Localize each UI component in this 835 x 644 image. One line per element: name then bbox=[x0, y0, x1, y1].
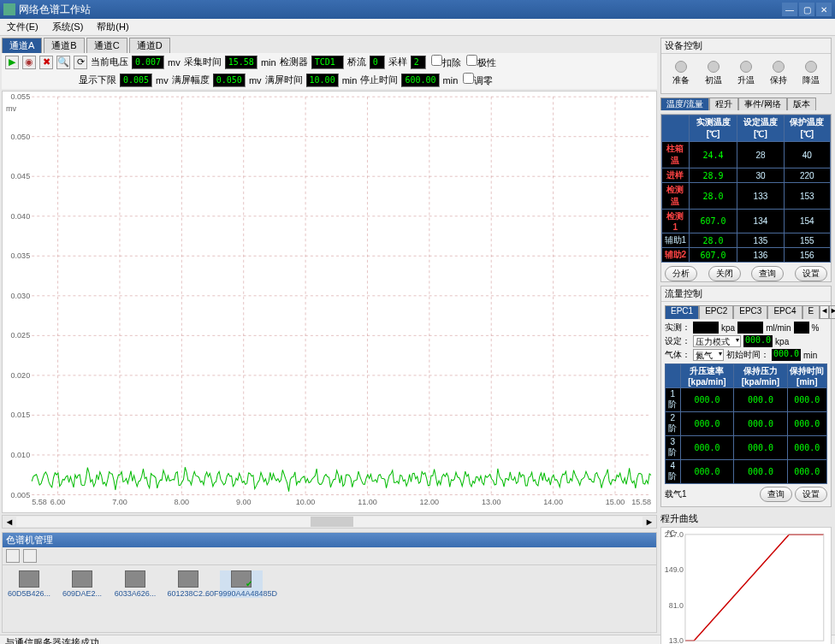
zoom-icon[interactable]: 🔍 bbox=[56, 56, 70, 69]
close-button-panel[interactable]: 关闭 bbox=[708, 266, 741, 281]
main-chart[interactable]: 0.0050.0100.0150.0200.0250.0300.0350.040… bbox=[2, 91, 657, 513]
file-item-4[interactable]: 60F9990A4A48485D bbox=[220, 570, 263, 598]
deduct-checkbox-label: 扣除 bbox=[429, 55, 461, 69]
svg-text:0.005: 0.005 bbox=[11, 490, 31, 499]
svg-text:℃: ℃ bbox=[666, 529, 675, 538]
channel-tab-0[interactable]: 通道A bbox=[2, 38, 42, 53]
epc-nav-0[interactable]: ◄ bbox=[820, 305, 829, 319]
chart-scrollbar[interactable]: ◄ ► bbox=[2, 515, 657, 529]
file-item-1[interactable]: 609DAE2... bbox=[61, 570, 104, 598]
temp-curve-title: 程升曲线 bbox=[660, 511, 832, 527]
current-voltage-label: 当前电压 bbox=[91, 56, 128, 68]
maximize-button[interactable]: ▢ bbox=[799, 3, 814, 16]
stop-time-label: 停止时间 bbox=[360, 74, 398, 86]
svg-text:14.00: 14.00 bbox=[543, 498, 563, 506]
stop-time-value[interactable]: 600.00 bbox=[401, 74, 439, 87]
gas-select[interactable]: 氮气 bbox=[693, 349, 724, 361]
svg-text:0.045: 0.045 bbox=[11, 172, 31, 180]
analyze-button[interactable]: 分析 bbox=[665, 266, 697, 281]
channel-tab-1[interactable]: 通道B bbox=[44, 38, 84, 53]
toolbar-row-1: ▶ ◉ ✖ 🔍 ⟳ 当前电压 0.007 mv 采集时间 15.58 min 检… bbox=[2, 53, 657, 71]
flow-query-button[interactable]: 查询 bbox=[760, 487, 792, 502]
right-tab-0[interactable]: 温度/流量 bbox=[660, 97, 709, 110]
record-icon[interactable]: ◉ bbox=[22, 56, 36, 69]
minimize-button[interactable]: — bbox=[782, 3, 797, 16]
right-tab-1[interactable]: 程升 bbox=[709, 97, 738, 110]
svg-text:8.00: 8.00 bbox=[175, 498, 190, 506]
flow-set-button[interactable]: 设置 bbox=[795, 487, 827, 502]
menu-file[interactable]: 文件(E) bbox=[0, 19, 45, 35]
epc-tab-4[interactable]: E bbox=[802, 305, 820, 319]
collect-time-value: 15.58 bbox=[225, 56, 258, 69]
epc-tab-1[interactable]: EPC2 bbox=[699, 305, 733, 319]
sample-label: 采样 bbox=[388, 56, 407, 68]
title-bar: 网络色谱工作站 — ▢ ✕ bbox=[0, 0, 835, 19]
lower-toolbar-btn-2[interactable] bbox=[23, 549, 37, 563]
epc-tab-3[interactable]: EPC4 bbox=[767, 305, 802, 319]
epc-tab-2[interactable]: EPC3 bbox=[733, 305, 767, 319]
svg-text:7.00: 7.00 bbox=[112, 498, 127, 506]
status-light-1: 初温 bbox=[705, 61, 722, 86]
right-tabs: 温度/流量程升事件/网络版本 bbox=[660, 97, 832, 110]
play-icon[interactable]: ▶ bbox=[5, 56, 19, 69]
svg-text:0.040: 0.040 bbox=[11, 212, 31, 221]
set-button[interactable]: 设置 bbox=[795, 266, 827, 281]
svg-text:10.00: 10.00 bbox=[296, 498, 316, 506]
svg-text:mv: mv bbox=[6, 103, 16, 112]
channel-tab-2[interactable]: 通道C bbox=[86, 38, 127, 53]
svg-text:0.035: 0.035 bbox=[11, 251, 31, 260]
file-item-0[interactable]: 60D5B426... bbox=[8, 570, 50, 598]
file-item-2[interactable]: 6033A626... bbox=[114, 570, 157, 598]
svg-text:0.015: 0.015 bbox=[11, 411, 31, 419]
right-tab-3[interactable]: 版本 bbox=[787, 97, 816, 110]
setting-label: 设定： bbox=[665, 335, 690, 347]
pressure-mode-select[interactable]: 压力模式 bbox=[693, 335, 741, 347]
channel-tab-3[interactable]: 通道D bbox=[129, 38, 170, 53]
low-limit-label: 显示下限 bbox=[79, 74, 116, 86]
flow-control-panel: 流量控制 EPC1EPC2EPC3EPC4E◄► 实测： kpa ml/min … bbox=[660, 286, 832, 507]
polarity-checkbox-label: 极性 bbox=[465, 55, 496, 69]
current-voltage-value: 0.007 bbox=[132, 56, 164, 69]
init-time-value[interactable]: 000.0 bbox=[772, 349, 801, 361]
svg-text:0.010: 0.010 bbox=[11, 451, 31, 459]
svg-text:0.055: 0.055 bbox=[11, 92, 31, 101]
close-button[interactable]: ✕ bbox=[816, 3, 832, 16]
svg-text:0.020: 0.020 bbox=[11, 371, 31, 380]
file-item-3[interactable]: 601238C2... bbox=[167, 570, 210, 598]
scroll-left-icon[interactable]: ◄ bbox=[3, 517, 16, 527]
epc-tab-0[interactable]: EPC1 bbox=[665, 305, 699, 319]
full-amp-value[interactable]: 0.050 bbox=[213, 74, 246, 87]
lower-toolbar-btn-1[interactable] bbox=[6, 549, 20, 563]
low-limit-value[interactable]: 0.005 bbox=[120, 74, 152, 87]
delete-icon[interactable]: ✖ bbox=[39, 56, 53, 69]
zero-checkbox[interactable] bbox=[463, 73, 474, 84]
svg-text:15.58: 15.58 bbox=[631, 498, 651, 506]
screen-time-label: 满屏时间 bbox=[265, 74, 303, 86]
bridge-value: 0 bbox=[370, 56, 385, 69]
setting-value[interactable]: 000.0 bbox=[743, 335, 773, 347]
menu-system[interactable]: 系统(S) bbox=[45, 19, 91, 35]
right-tab-2[interactable]: 事件/网络 bbox=[738, 97, 787, 110]
app-icon bbox=[3, 3, 15, 15]
polarity-checkbox[interactable] bbox=[466, 55, 477, 66]
gas-label: 气体： bbox=[665, 349, 690, 361]
screen-time-value[interactable]: 10.00 bbox=[306, 74, 339, 87]
refresh-icon[interactable]: ⟳ bbox=[74, 56, 87, 69]
device-control-title: 设备控制 bbox=[661, 38, 831, 54]
deduct-checkbox[interactable] bbox=[431, 55, 442, 66]
sample-value: 2 bbox=[411, 56, 426, 69]
temperature-panel: 实测温度[℃]设定温度[℃]保护温度[℃]柱箱温24.42840进样28.930… bbox=[660, 114, 832, 282]
menu-help[interactable]: 帮助(H) bbox=[90, 19, 135, 35]
svg-text:149.0: 149.0 bbox=[665, 565, 684, 574]
scroll-right-icon[interactable]: ► bbox=[643, 517, 656, 527]
scroll-thumb[interactable] bbox=[311, 517, 353, 527]
status-light-4: 降温 bbox=[802, 61, 820, 86]
temp-curve-chart: 13.081.0149.0217.00.06.412.819.225.632.0… bbox=[660, 527, 832, 644]
measured-mlmin bbox=[737, 322, 763, 334]
epc-nav-1[interactable]: ► bbox=[829, 305, 835, 319]
status-text: 与通信服务器连接成功 bbox=[5, 636, 99, 644]
status-light-3: 保持 bbox=[770, 61, 787, 86]
detector-value: TCD1 bbox=[311, 56, 344, 69]
carrier-label: 载气1 bbox=[665, 488, 687, 500]
query-button[interactable]: 查询 bbox=[751, 266, 784, 281]
